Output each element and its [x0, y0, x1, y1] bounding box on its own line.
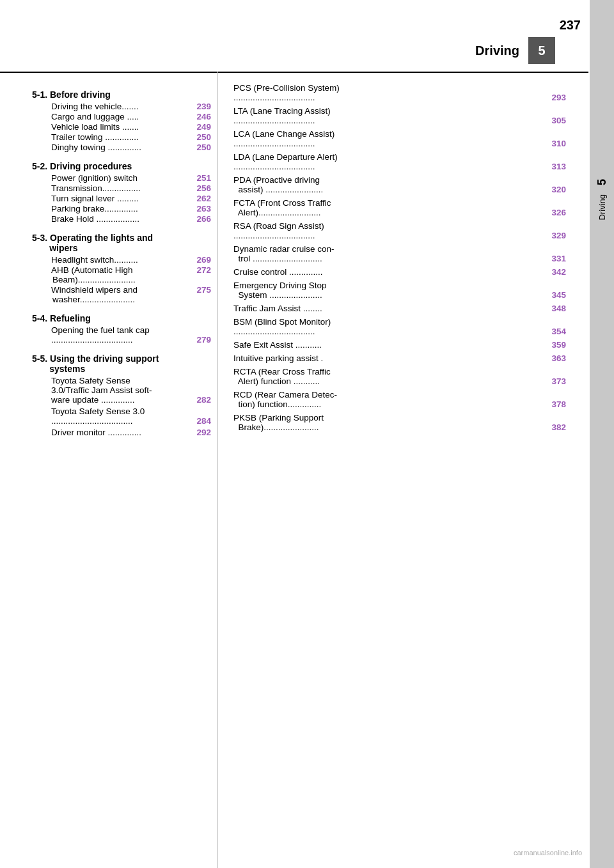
- entry-lta: LTA (Lane Tracing Assist) ..............…: [233, 106, 566, 125]
- entry-rcta: RCTA (Rear Cross Traffic Alert) function…: [233, 367, 566, 386]
- page-container: 237 Driving 5 5-1. Before driving Drivin…: [0, 0, 614, 868]
- chapter-header: Driving 5: [0, 37, 588, 64]
- entry-rsa: RSA (Road Sign Assist) .................…: [233, 221, 566, 240]
- entry-headlight: Headlight switch.......... 269: [51, 255, 211, 265]
- entry-trailer-towing: Trailer towing .............. 250: [51, 132, 211, 142]
- entry-toyota-safety-sense-30-tja: Toyota Safety Sense 3.0/Traffic Jam Assi…: [51, 376, 211, 405]
- entry-driving-vehicle: Driving the vehicle....... 239: [51, 102, 211, 111]
- vertical-divider: [217, 72, 218, 868]
- section-5-5: 5-5. Using the driving support systems T…: [32, 353, 211, 437]
- section-5-2-heading: 5-2. Driving procedures: [32, 161, 211, 171]
- entry-lca: LCA (Lane Change Assist) ...............…: [233, 129, 566, 148]
- chapter-title: Driving: [475, 43, 519, 58]
- entry-intuitive-parking: Intuitive parking assist . 363: [233, 353, 566, 363]
- section-5-4-entries: Opening the fuel tank cap ..............…: [51, 325, 211, 345]
- entry-cruise-control: Cruise control .............. 342: [233, 267, 566, 277]
- entry-dinghy-towing: Dinghy towing .............. 250: [51, 143, 211, 152]
- entry-driver-monitor: Driver monitor .............. 292: [51, 428, 211, 437]
- entry-emergency-driving-stop: Emergency Driving Stop System ..........…: [233, 281, 566, 300]
- entry-fcta: FCTA (Front Cross Traffic Alert)........…: [233, 198, 566, 217]
- entry-parking-brake: Parking brake.............. 263: [51, 204, 211, 213]
- section-5-2-entries: Power (ignition) switch 251 Transmission…: [51, 173, 211, 224]
- entry-pcs: PCS (Pre-Collision System) .............…: [233, 83, 566, 102]
- section-5-1-entries: Driving the vehicle....... 239 Cargo and…: [51, 102, 211, 152]
- entry-windshield: Windshield wipers and 275 washer........…: [51, 285, 211, 304]
- entry-traffic-jam-assist: Traffic Jam Assist ........ 348: [233, 304, 566, 313]
- toc-left-column: 5-1. Before driving Driving the vehicle.…: [32, 83, 211, 438]
- section-5-3-entries: Headlight switch.......... 269 AHB (Auto…: [51, 255, 211, 304]
- entry-fuel-tank: Opening the fuel tank cap ..............…: [51, 325, 211, 345]
- entry-toyota-safety-sense-30: Toyota Safety Sense 3.0 ................…: [51, 407, 211, 426]
- section-5-3-heading: 5-3. Operating the lights and wipers: [32, 233, 211, 253]
- sidebar-label: Driving: [597, 194, 607, 220]
- entry-dynamic-radar: Dynamic radar cruise con- trol .........…: [233, 244, 566, 263]
- entry-power-switch: Power (ignition) switch 251: [51, 173, 211, 183]
- section-5-3: 5-3. Operating the lights and wipers Hea…: [32, 233, 211, 304]
- entry-turn-signal: Turn signal lever ......... 262: [51, 194, 211, 203]
- entry-transmission: Transmission................ 256: [51, 183, 211, 193]
- entry-rcd: RCD (Rear Camera Detec- tion) function..…: [233, 390, 566, 409]
- entry-cargo-luggage: Cargo and luggage ..... 246: [51, 112, 211, 121]
- entry-vehicle-load: Vehicle load limits ....... 249: [51, 122, 211, 132]
- section-5-4: 5-4. Refueling Opening the fuel tank cap…: [32, 313, 211, 345]
- right-sidebar: 5 Driving: [590, 0, 614, 868]
- toc-right-column: PCS (Pre-Collision System) .............…: [233, 83, 566, 436]
- section-5-1-heading: 5-1. Before driving: [32, 89, 211, 100]
- entry-safe-exit-assist: Safe Exit Assist ........... 359: [233, 340, 566, 350]
- watermark: carmanualsonline.info: [514, 849, 582, 856]
- section-5-5-entries: Toyota Safety Sense 3.0/Traffic Jam Assi…: [51, 376, 211, 437]
- chapter-badge: 5: [528, 37, 555, 64]
- entry-lda: LDA (Lane Departure Alert) .............…: [233, 152, 566, 171]
- section-5-5-heading: 5-5. Using the driving support systems: [32, 353, 211, 374]
- horizontal-divider: [0, 72, 588, 73]
- entry-pda: PDA (Proactive driving assist) .........…: [233, 175, 566, 194]
- page-number: 237: [560, 18, 581, 33]
- section-5-1: 5-1. Before driving Driving the vehicle.…: [32, 89, 211, 152]
- section-5-2: 5-2. Driving procedures Power (ignition)…: [32, 161, 211, 224]
- entry-bsm: BSM (Blind Spot Monitor) ...............…: [233, 317, 566, 336]
- sidebar-number: 5: [595, 179, 609, 185]
- section-5-4-heading: 5-4. Refueling: [32, 313, 211, 323]
- entry-pksb: PKSB (Parking Support Brake)............…: [233, 413, 566, 432]
- entry-ahb: AHB (Automatic High 272 Beam)...........…: [51, 265, 211, 284]
- entry-brake-hold: Brake Hold .................. 266: [51, 214, 211, 224]
